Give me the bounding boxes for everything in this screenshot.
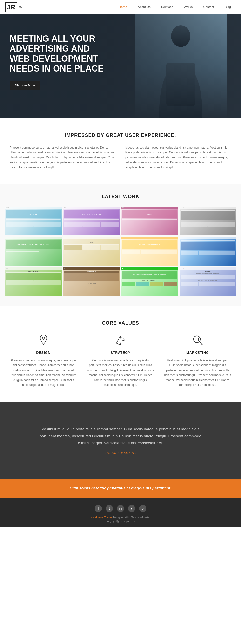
marketing-text: Vestibulum id ligula porta felis euismod…: [164, 358, 231, 387]
footer-social: f t in ♥ p: [10, 505, 231, 512]
latest-work-section: LATEST WORK CREATIVE E: [0, 184, 241, 306]
work-item-5[interactable]: WELCOME TO OUR CREATIVE STUDIO: [5, 237, 62, 266]
logo-jr: JR: [5, 2, 17, 12]
logo-area: JR Creation: [5, 2, 33, 12]
work-item-4[interactable]: [179, 206, 236, 236]
footer-credit-link[interactable]: Wordpress Theme: [91, 516, 112, 519]
work-item-6[interactable]: Donec ipsum rep met ea et us sed condime…: [63, 237, 120, 266]
work-item-12[interactable]: Wathcer Best Joomla templates, WordPress…: [179, 267, 236, 296]
impressed-col-2: Maecenas sed diam eget risus varius blan…: [125, 145, 231, 170]
testimonial-section: Vestibulum id ligula porta felis euismod…: [0, 402, 241, 478]
latest-work-title: LATEST WORK: [5, 194, 236, 199]
impressed-text-1: Praesent commodo cursus magna, vel scele…: [10, 145, 116, 170]
work-item-11[interactable]: We have Solutions For Your Everyday Prob…: [121, 267, 178, 296]
impressed-col-1: Praesent commodo cursus magna, vel scele…: [10, 145, 116, 170]
impressed-title: IMPRESSED BY GREAT USER EXPERIENCE.: [10, 132, 231, 138]
nav-blog[interactable]: Blog: [219, 0, 236, 14]
strategy-icon: [113, 333, 128, 348]
impressed-cols: Praesent commodo cursus magna, vel scele…: [10, 145, 231, 170]
footer-credit: Wordpress Theme Designed With TemplateTo…: [10, 516, 231, 519]
nav-contact[interactable]: Contact: [198, 0, 219, 14]
strategy-title: STRATEGY: [87, 351, 154, 354]
work-item-2[interactable]: ENJOY THE DIFFERENCE.: [63, 206, 120, 236]
cta-text: Cum sociis natoque penatibus et magnis d…: [10, 486, 231, 490]
value-strategy: STRATEGY Cum sociis natoque penatibus et…: [87, 333, 154, 387]
design-text: Praesent commodo cursus magna, vel scele…: [10, 358, 77, 387]
design-title: DESIGN: [10, 351, 77, 354]
impressed-section: IMPRESSED BY GREAT USER EXPERIENCE. Prae…: [0, 118, 241, 184]
social-facebook[interactable]: f: [95, 505, 102, 512]
nav-works[interactable]: Works: [179, 0, 198, 14]
logo-creation: Creation: [19, 5, 33, 9]
footer: f t in ♥ p Wordpress Theme Designed With…: [0, 498, 241, 528]
discover-more-button[interactable]: Discover More: [10, 81, 41, 90]
impressed-text-2: Maecenas sed diam eget risus varius blan…: [125, 145, 231, 170]
core-values-section: CORE VALUES DESIGN Praesent commodo curs…: [0, 306, 241, 402]
value-marketing: MARKETING Vestibulum id ligula porta fel…: [164, 333, 231, 387]
testimonial-author: - DENIAL MARTIN -: [19, 451, 222, 455]
hero-title: MEETING ALL YOUR ADVERTISING AND WEB DEV…: [10, 34, 106, 74]
social-linkedin[interactable]: in: [117, 505, 124, 512]
hero-content: MEETING ALL YOUR ADVERTISING AND WEB DEV…: [0, 14, 116, 100]
value-design: DESIGN Praesent commodo cursus magna, ve…: [10, 333, 77, 387]
svg-line-5: [121, 340, 125, 341]
navbar: JR Creation Home About Us Services Works…: [0, 0, 241, 14]
testimonial-text: Vestibulum id ligula porta felis euismod…: [36, 426, 205, 446]
core-values-title: CORE VALUES: [10, 320, 231, 326]
social-twitter[interactable]: t: [106, 505, 113, 512]
svg-line-7: [199, 342, 202, 344]
design-icon: [36, 333, 51, 348]
values-cols: DESIGN Praesent commodo cursus magna, ve…: [10, 333, 231, 387]
hero-section: MEETING ALL YOUR ADVERTISING AND WEB DEV…: [0, 14, 241, 118]
footer-copyright: Copyright@Example.com: [10, 520, 231, 523]
nav-services[interactable]: Services: [156, 0, 179, 14]
work-item-3[interactable]: Punta: [121, 206, 178, 236]
work-item-1[interactable]: CREATIVE: [5, 206, 62, 236]
footer-credit-suffix: Designed With TemplateToaster: [112, 516, 150, 519]
social-pinterest[interactable]: p: [139, 505, 146, 512]
cta-section: Cum sociis natoque penatibus et magnis d…: [0, 479, 241, 498]
nav-links: Home About Us Services Works Contact Blo…: [114, 0, 236, 14]
work-item-7[interactable]: ENJOY THE DIFFERENCE: [121, 237, 178, 266]
work-item-8[interactable]: [179, 237, 236, 266]
marketing-icon: [190, 333, 205, 348]
work-item-10[interactable]: HORSE CLUB Know How to Ride: [63, 267, 120, 296]
marketing-title: MARKETING: [164, 351, 231, 354]
social-rss[interactable]: ♥: [128, 505, 135, 512]
strategy-text: Cum sociis natoque penatibus et magnis d…: [87, 358, 154, 387]
nav-about[interactable]: About Us: [132, 0, 156, 14]
work-item-9[interactable]: Financial News: [5, 267, 62, 296]
work-grid: CREATIVE ENJOY THE DIFFERENCE.: [5, 206, 236, 296]
svg-point-3: [42, 337, 45, 340]
nav-home[interactable]: Home: [114, 0, 133, 14]
